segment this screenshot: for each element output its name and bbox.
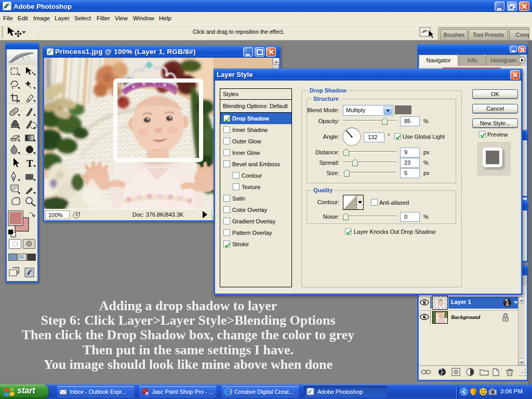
svg-text:8: 8	[145, 391, 148, 396]
svg-text:T: T	[26, 158, 33, 169]
